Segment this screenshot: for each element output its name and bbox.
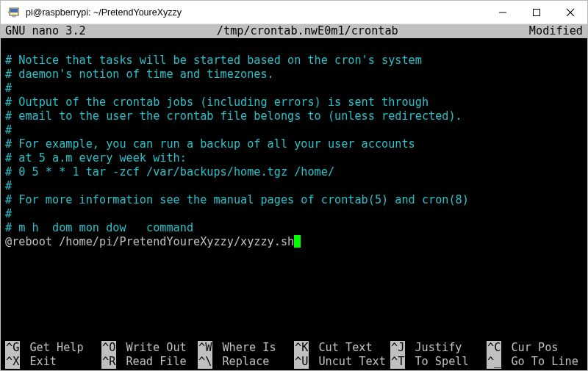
window-titlebar[interactable]: pi@raspberrypi: ~/PretendYoureXyzzy	[1, 1, 587, 24]
close-icon	[567, 9, 574, 16]
shortcut-label: Exit	[23, 355, 57, 369]
maximize-button[interactable]	[520, 1, 553, 24]
editor-line: # email to the user the crontab file bel…	[5, 109, 583, 123]
shortcut-item: ^J Justify	[390, 341, 487, 355]
shortcut-label: Write Out	[119, 341, 186, 355]
shortcut-item: ^G Get Help	[5, 341, 101, 355]
shortcut-bar: ^G Get Help^O Write Out^W Where Is^K Cut…	[1, 341, 587, 369]
editor-line: #	[5, 207, 583, 221]
shortcut-item: ^W Where Is	[198, 341, 294, 355]
nano-version: GNU nano 3.2	[5, 24, 86, 38]
shortcut-key: ^K	[294, 341, 309, 355]
shortcut-item: ^C Cur Pos	[487, 341, 583, 355]
shortcut-item: ^O Write Out	[101, 341, 198, 355]
shortcut-key: ^R	[101, 355, 116, 369]
shortcut-key: ^O	[101, 341, 116, 355]
nano-status: Modified	[529, 24, 583, 38]
editor-line: # daemon's notion of time and timezones.	[5, 68, 583, 82]
shortcut-label: Read File	[119, 355, 186, 369]
shortcut-key: ^_	[487, 355, 501, 369]
shortcut-key: ^X	[5, 355, 20, 369]
shortcut-label: Justify	[408, 341, 462, 355]
terminal-area[interactable]: GNU nano 3.2 /tmp/crontab.nwE0m1/crontab…	[1, 24, 587, 370]
shortcut-item: ^U Uncut Text	[294, 355, 390, 369]
editor-line: @reboot /home/pi/PretendYoureXyzzy/xyzzy…	[5, 235, 583, 249]
close-button[interactable]	[553, 1, 587, 24]
shortcut-label: Replace	[215, 355, 269, 369]
nano-header-bar: GNU nano 3.2 /tmp/crontab.nwE0m1/crontab…	[1, 24, 587, 38]
editor-line: #	[5, 179, 583, 193]
shortcut-key: ^\	[198, 355, 212, 369]
shortcut-key: ^W	[198, 341, 212, 355]
editor-content[interactable]: # Notice that tasks will be started base…	[1, 38, 587, 341]
svg-rect-4	[534, 9, 540, 15]
shortcut-key: ^U	[294, 355, 309, 369]
shortcut-label: Cur Pos	[504, 341, 558, 355]
app-window: pi@raspberrypi: ~/PretendYoureXyzzy GNU …	[0, 0, 588, 371]
maximize-icon	[533, 9, 540, 16]
editor-line: # 0 5 * * 1 tar -zcf /var/backups/home.t…	[5, 165, 583, 179]
nano-filepath: /tmp/crontab.nwE0m1/crontab	[86, 24, 529, 38]
window-title: pi@raspberrypi: ~/PretendYoureXyzzy	[26, 7, 486, 18]
editor-line: # Notice that tasks will be started base…	[5, 54, 583, 68]
editor-line: # Output of the crontab jobs (including …	[5, 96, 583, 109]
window-controls	[486, 1, 587, 24]
minimize-button[interactable]	[486, 1, 520, 24]
editor-line: #	[5, 123, 583, 137]
shortcut-label: Cut Text	[312, 341, 372, 355]
svg-rect-2	[12, 15, 15, 17]
editor-line: # at 5 a.m every week with:	[5, 151, 583, 165]
shortcut-label: Where Is	[215, 341, 276, 355]
shortcut-label: Get Help	[23, 341, 83, 355]
shortcut-item: ^\ Replace	[198, 355, 294, 369]
svg-rect-1	[10, 9, 18, 12]
shortcut-item: ^K Cut Text	[294, 341, 390, 355]
shortcut-label: Go To Line	[504, 355, 578, 369]
editor-line: # m h dom mon dow command	[5, 221, 583, 235]
shortcut-label: Uncut Text	[312, 355, 386, 369]
editor-line	[5, 40, 583, 54]
text-cursor	[294, 235, 301, 248]
minimize-icon	[499, 9, 506, 16]
shortcut-key: ^C	[487, 341, 501, 355]
shortcut-item: ^_ Go To Line	[487, 355, 583, 369]
shortcut-item: ^T To Spell	[390, 355, 487, 369]
editor-line: #	[5, 82, 583, 96]
editor-line: # For example, you can run a backup of a…	[5, 137, 583, 151]
putty-icon	[8, 7, 20, 18]
shortcut-item: ^R Read File	[101, 355, 198, 369]
shortcut-key: ^T	[390, 355, 405, 369]
shortcut-label: To Spell	[408, 355, 468, 369]
shortcut-item: ^X Exit	[5, 355, 101, 369]
shortcut-key: ^J	[390, 341, 405, 355]
shortcut-key: ^G	[5, 341, 20, 355]
editor-line: # For more information see the manual pa…	[5, 193, 583, 207]
